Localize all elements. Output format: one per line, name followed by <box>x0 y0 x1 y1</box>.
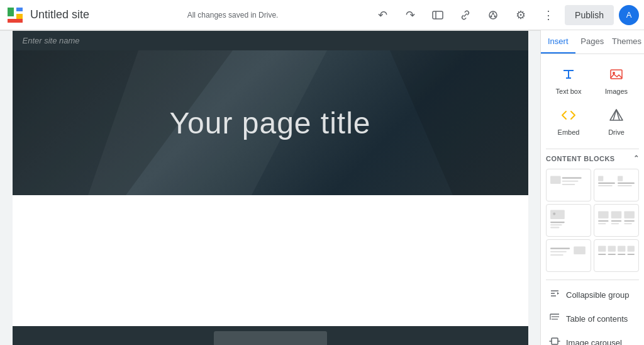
svg-rect-32 <box>618 183 635 184</box>
svg-rect-56 <box>598 254 606 255</box>
svg-rect-55 <box>628 246 635 252</box>
embed-label: Embed <box>558 128 580 136</box>
publish-button[interactable]: Publish <box>565 5 614 25</box>
svg-rect-33 <box>618 185 632 186</box>
text-box-label: Text box <box>556 88 582 95</box>
svg-point-35 <box>553 213 555 215</box>
insert-drive[interactable]: Drive <box>594 103 639 141</box>
more-button[interactable]: ⋮ <box>537 4 560 26</box>
redo-button[interactable]: ↷ <box>399 4 421 26</box>
svg-rect-49 <box>550 251 567 252</box>
content-blocks-grid <box>546 169 639 272</box>
svg-line-11 <box>493 14 495 15</box>
svg-rect-39 <box>598 212 609 218</box>
svg-rect-46 <box>611 223 619 224</box>
topbar: Untitled site All changes saved in Drive… <box>0 0 644 30</box>
hero-title: Your page title <box>169 106 370 140</box>
svg-rect-19 <box>611 70 622 79</box>
hero-section[interactable]: Your page title <box>13 50 528 195</box>
site-title[interactable]: Untitled site <box>30 8 89 21</box>
svg-line-12 <box>491 14 493 15</box>
svg-rect-4 <box>8 19 23 23</box>
svg-rect-53 <box>608 246 616 252</box>
content-section[interactable] <box>13 195 528 321</box>
svg-rect-31 <box>618 176 623 181</box>
site-name-bar[interactable]: Enter site name <box>13 31 528 50</box>
insert-images[interactable]: Images <box>594 62 639 100</box>
svg-rect-41 <box>624 212 635 218</box>
svg-rect-57 <box>608 254 616 255</box>
bottom-preview-bar <box>13 326 528 345</box>
table-of-contents-icon <box>548 312 561 325</box>
divider-2 <box>546 280 639 280</box>
panel-tabs: Insert Pages Themes <box>541 30 644 54</box>
status-text: All changes saved in Drive. <box>99 11 366 20</box>
content-blocks-title: CONTENT BLOCKS <box>546 155 615 162</box>
svg-rect-25 <box>562 178 582 179</box>
svg-rect-24 <box>550 176 561 184</box>
textbox-icon <box>561 67 576 85</box>
site-name-placeholder: Enter site name <box>23 36 80 45</box>
svg-rect-36 <box>550 222 565 223</box>
svg-rect-2 <box>16 8 23 11</box>
images-label: Images <box>605 88 628 95</box>
block-thumb-6[interactable] <box>594 239 639 272</box>
share-button[interactable] <box>482 4 504 26</box>
drive-label: Drive <box>608 128 625 136</box>
block-thumb-1[interactable] <box>546 169 591 201</box>
svg-rect-42 <box>598 220 609 222</box>
svg-rect-51 <box>574 247 586 254</box>
svg-rect-29 <box>598 183 615 184</box>
block-thumb-4[interactable] <box>594 204 639 237</box>
tab-insert[interactable]: Insert <box>541 30 575 54</box>
svg-rect-50 <box>550 254 564 256</box>
svg-rect-30 <box>598 185 613 186</box>
tab-themes[interactable]: Themes <box>609 30 644 54</box>
collapsible-group-item[interactable]: Collapsible group <box>546 283 639 307</box>
insert-grid: Text box Images <box>546 62 639 141</box>
block-thumb-5[interactable] <box>546 239 591 272</box>
svg-rect-48 <box>550 248 570 249</box>
svg-rect-38 <box>550 227 559 228</box>
settings-button[interactable]: ⚙ <box>509 4 532 26</box>
svg-rect-34 <box>550 210 565 218</box>
svg-point-9 <box>494 15 496 17</box>
preview-button[interactable] <box>426 4 449 26</box>
table-of-contents-item[interactable]: Table of contents <box>546 307 639 331</box>
svg-rect-58 <box>618 254 625 255</box>
collapsible-group-label: Collapsible group <box>566 290 629 300</box>
block-thumb-2[interactable] <box>594 169 639 201</box>
insert-text-box[interactable]: Text box <box>546 62 591 100</box>
canvas-area[interactable]: Enter site name Your page title <box>0 30 540 345</box>
page-wrapper: Enter site name Your page title <box>13 31 528 345</box>
svg-rect-45 <box>598 223 606 224</box>
svg-rect-5 <box>433 11 443 19</box>
block-thumb-3[interactable] <box>546 204 591 237</box>
tab-pages[interactable]: Pages <box>575 30 610 54</box>
svg-rect-59 <box>628 254 635 255</box>
insert-embed[interactable]: Embed <box>546 103 591 141</box>
link-button[interactable] <box>454 4 477 26</box>
svg-point-10 <box>491 15 492 17</box>
right-panel: Insert Pages Themes Text box <box>540 30 644 345</box>
svg-rect-40 <box>611 212 622 218</box>
collapse-icon[interactable]: ⌃ <box>633 154 640 162</box>
divider-1 <box>546 149 639 149</box>
embed-icon <box>561 108 576 126</box>
svg-rect-52 <box>598 246 606 252</box>
panel-insert-content: Text box Images <box>541 54 644 345</box>
images-icon <box>609 67 624 85</box>
svg-rect-28 <box>598 176 603 181</box>
image-carousel-icon <box>548 336 561 345</box>
undo-button[interactable]: ↶ <box>371 4 394 26</box>
image-carousel-label: Image carousel <box>566 338 622 346</box>
svg-rect-47 <box>624 223 631 224</box>
svg-rect-43 <box>611 220 622 222</box>
svg-rect-3 <box>16 14 23 19</box>
svg-marker-14 <box>390 50 528 195</box>
svg-rect-27 <box>562 184 575 185</box>
avatar: A <box>619 5 639 25</box>
svg-rect-54 <box>618 246 625 252</box>
image-carousel-item[interactable]: Image carousel <box>546 331 639 345</box>
svg-rect-26 <box>562 181 579 182</box>
